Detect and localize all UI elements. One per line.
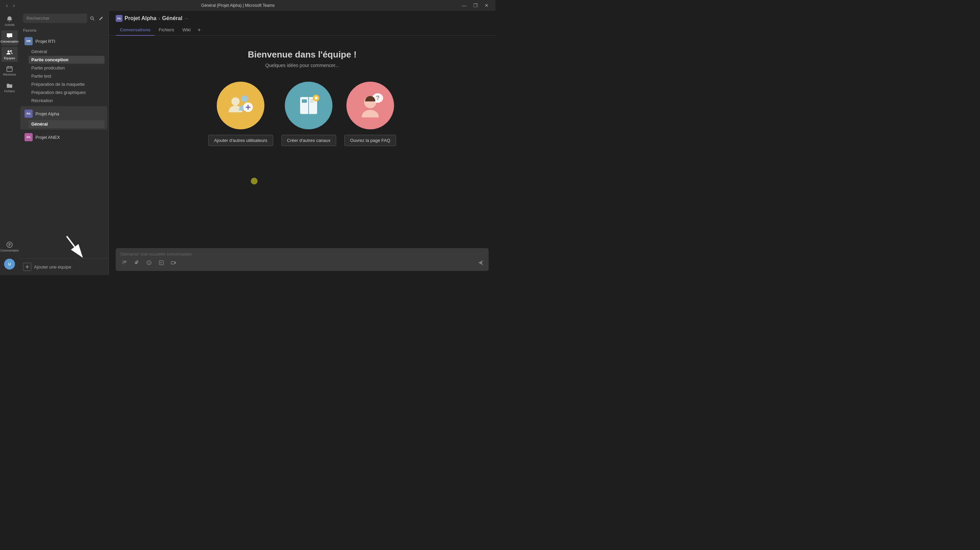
window-controls[interactable]: — ❐ ✕ [459, 2, 492, 9]
svg-text:?: ? [375, 95, 379, 101]
calendar-icon [6, 65, 13, 72]
svg-point-4 [91, 17, 93, 19]
favorites-label: Favoris [19, 26, 108, 34]
nav-equipes[interactable]: Équipes [2, 47, 18, 62]
breadcrumb-team-avatar: PA [116, 15, 123, 22]
nav-conversation[interactable]: Conversation [2, 30, 18, 46]
welcome-cards: Ajouter d'autres utilisateurs [208, 82, 396, 146]
channel-partie-prodcution[interactable]: Partie prodcution [29, 64, 105, 72]
nav-fichiers[interactable]: Fichiers [2, 80, 18, 95]
welcome-subtitle: Quelques idées pour commencer... [265, 63, 339, 68]
close-button[interactable]: ✕ [482, 2, 492, 9]
chat-input-box: Démarrer une nouvelle conversation [116, 248, 488, 271]
compose-icon-button[interactable] [97, 14, 105, 22]
channel-general-alpha[interactable]: Général [29, 120, 105, 128]
breadcrumb-more-button[interactable]: ··· [185, 16, 189, 21]
team-header-projet-anex: PA Projet ANEX ··· [23, 131, 105, 143]
format-button[interactable] [121, 259, 129, 268]
channel-tabs: Conversations Fichiers Wiki + [116, 24, 488, 35]
nav-conversation-label: Conversation [0, 40, 18, 43]
title-bar-left: ‹ › [4, 2, 17, 9]
search-icon-button[interactable] [89, 14, 96, 22]
title-bar: ‹ › Général (Projet Alpha) | Microsoft T… [0, 0, 495, 11]
team-item-projet-rti[interactable]: PR Projet RTI ··· Général Partie concept… [21, 34, 107, 106]
svg-line-5 [93, 19, 95, 21]
team-name-projet-anex: Projet ANEX [35, 135, 93, 140]
channel-partie-test[interactable]: Partie test [29, 72, 105, 80]
svg-point-29 [150, 262, 150, 263]
welcome-card-faq: ? Ouvrez la page FAQ [344, 82, 396, 146]
meet-button[interactable] [169, 259, 178, 268]
welcome-card-create-channels: Créer d'autres canaux [282, 82, 337, 146]
comment-icon [6, 241, 13, 248]
giphy-button[interactable] [157, 259, 165, 268]
add-users-button[interactable]: Ajouter d'autres utilisateurs [208, 135, 273, 146]
sidebar-bottom: Ajouter une équipe [19, 258, 108, 275]
nav-reunions-label: Réunions [3, 73, 16, 77]
svg-point-0 [8, 50, 10, 53]
nav-forward-button[interactable]: › [11, 2, 17, 9]
welcome-title: Bienvenue dans l'équipe ! [248, 49, 356, 60]
channel-recreation[interactable]: Récréation [29, 97, 105, 105]
team-item-projet-alpha[interactable]: PA Projet Alpha ··· Général [21, 106, 107, 130]
nav-activite[interactable]: Activité [2, 14, 18, 29]
channel-preparation-graphiques[interactable]: Préparation des graphiques [29, 88, 105, 96]
nav-fichiers-label: Fichiers [4, 89, 15, 93]
add-team-button[interactable]: Ajouter une équipe [23, 261, 71, 272]
breadcrumb-team-name: Projet Alpha [124, 15, 156, 21]
nav-buttons[interactable]: ‹ › [4, 2, 17, 9]
add-tab-button[interactable]: + [195, 26, 203, 34]
channel-general-rti[interactable]: Général [29, 48, 105, 56]
breadcrumb-channel-name: Général [162, 15, 182, 21]
nav-commentaire[interactable]: Commentaire [2, 239, 18, 255]
chat-input-placeholder[interactable]: Démarrer une nouvelle conversation [121, 252, 484, 257]
channel-header: PA Projet Alpha › Général ··· Conversati… [109, 11, 495, 36]
faq-button[interactable]: Ouvrez la page FAQ [344, 135, 396, 146]
chat-icon [6, 32, 13, 39]
chat-input-area: Démarrer une nouvelle conversation [109, 246, 495, 275]
window-title: Général (Projet Alpha) | Microsoft Teams [201, 3, 275, 8]
add-team-label: Ajouter une équipe [34, 265, 71, 269]
nav-commentaire-label: Commentaire [0, 249, 19, 252]
welcome-area: Bienvenue dans l'équipe ! Quelques idées… [109, 36, 495, 246]
channel-list-projet-rti: Général Partie conception Partie prodcut… [23, 48, 105, 105]
user-avatar[interactable]: U [4, 259, 15, 269]
card-illustration-create-channels [285, 82, 332, 129]
nav-reunions[interactable]: Réunions [2, 63, 18, 79]
search-area [19, 11, 108, 26]
svg-point-1 [10, 50, 12, 52]
sidebar-content: Favoris PR Projet RTI ··· Général Partie… [19, 26, 108, 258]
nav-back-button[interactable]: ‹ [4, 2, 10, 9]
svg-point-28 [148, 262, 149, 263]
card-illustration-add-users [217, 82, 264, 129]
minimize-button[interactable]: — [459, 2, 469, 9]
welcome-card-add-users: Ajouter d'autres utilisateurs [208, 82, 273, 146]
nav-icons: Activité Conversation Équipes [0, 11, 19, 275]
chat-input-toolbar [121, 259, 484, 268]
nav-activite-label: Activité [5, 23, 14, 27]
tab-wiki[interactable]: Wiki [178, 24, 195, 36]
tab-conversations[interactable]: Conversations [116, 24, 154, 36]
channel-preparation-maquette[interactable]: Préparation de la maquette [29, 80, 105, 88]
maximize-button[interactable]: ❐ [471, 2, 480, 9]
svg-point-27 [147, 261, 151, 265]
folder-icon [6, 82, 13, 89]
svg-point-11 [241, 95, 248, 102]
svg-rect-19 [310, 101, 314, 102]
team-avatar-projet-alpha: PA [24, 110, 33, 118]
breadcrumb: PA Projet Alpha › Général ··· [116, 15, 488, 22]
nav-equipes-label: Équipes [4, 56, 15, 60]
channel-list-projet-alpha: Général [23, 120, 105, 128]
create-channels-button[interactable]: Créer d'autres canaux [282, 135, 337, 146]
team-item-projet-anex[interactable]: PA Projet ANEX ··· [21, 130, 107, 145]
channel-partie-conception[interactable]: Partie conception [29, 56, 105, 64]
app-body: Activité Conversation Équipes [0, 11, 495, 275]
bell-icon [6, 16, 13, 22]
emoji-button[interactable] [145, 259, 153, 268]
tab-fichiers[interactable]: Fichiers [154, 24, 178, 36]
attach-button[interactable] [133, 259, 141, 268]
svg-rect-31 [171, 261, 175, 264]
search-input[interactable] [23, 14, 87, 23]
send-button[interactable] [478, 260, 484, 268]
card-illustration-faq: ? [347, 82, 394, 129]
